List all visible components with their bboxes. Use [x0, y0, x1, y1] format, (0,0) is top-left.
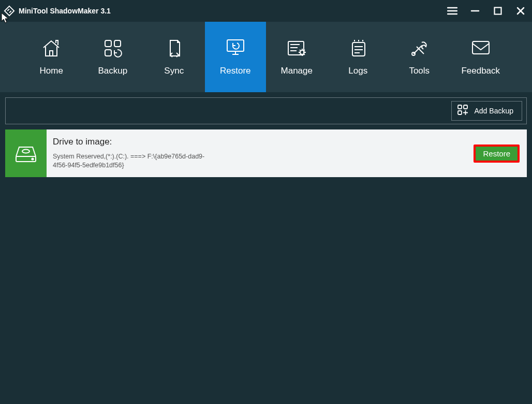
nav-label: Logs	[348, 66, 367, 76]
svg-rect-12	[458, 111, 462, 114]
nav-item-restore[interactable]: Restore	[205, 22, 267, 92]
svg-rect-1	[105, 40, 111, 47]
toolbar: Add Backup	[5, 97, 527, 124]
add-backup-label: Add Backup	[475, 107, 514, 115]
app-logo-icon	[3, 5, 16, 17]
nav-label: Backup	[98, 66, 127, 76]
nav-item-logs[interactable]: Logs	[328, 22, 389, 92]
backup-item-detail: System Reserved,(*:).(C:). ===> F:\{ab9e…	[53, 152, 208, 170]
titlebar: MiniTool ShadowMaker 3.1	[0, 0, 532, 22]
svg-rect-11	[464, 105, 467, 109]
nav-item-home[interactable]: Home	[21, 22, 82, 92]
nav-item-backup[interactable]: Backup	[82, 22, 144, 92]
manage-icon	[285, 38, 308, 59]
nav-item-manage[interactable]: Manage	[266, 22, 328, 92]
backup-item-title: Drive to image:	[53, 137, 466, 147]
nav-label: Tools	[409, 66, 430, 76]
svg-rect-9	[472, 41, 489, 54]
nav-label: Home	[40, 66, 63, 76]
drive-icon	[5, 129, 47, 177]
svg-rect-2	[114, 40, 121, 47]
main-nav: Home Backup Sync	[0, 22, 532, 92]
backup-list-item: Drive to image: System Reserved,(*:).(C:…	[5, 129, 527, 177]
add-backup-button[interactable]: Add Backup	[451, 101, 523, 121]
nav-item-tools[interactable]: Tools	[389, 22, 450, 92]
app-window: MiniTool ShadowMaker 3.1 Home	[0, 0, 532, 404]
home-icon	[40, 38, 63, 59]
svg-point-15	[32, 158, 33, 160]
backup-icon	[101, 38, 124, 59]
backup-item-content: Drive to image: System Reserved,(*:).(C:…	[47, 129, 474, 177]
svg-rect-0	[495, 8, 501, 15]
maximize-button[interactable]	[486, 0, 509, 22]
nav-item-feedback[interactable]: Feedback	[450, 22, 512, 92]
svg-point-14	[22, 150, 29, 153]
feedback-icon	[469, 38, 492, 59]
app-title: MiniTool ShadowMaker 3.1	[19, 7, 111, 15]
nav-item-sync[interactable]: Sync	[143, 22, 205, 92]
sync-icon	[162, 38, 185, 59]
nav-label: Manage	[281, 66, 313, 76]
backup-list: Drive to image: System Reserved,(*:).(C:…	[5, 129, 527, 177]
restore-icon	[224, 38, 247, 59]
nav-label: Sync	[164, 66, 184, 76]
logs-icon	[347, 38, 370, 59]
menu-button[interactable]	[441, 0, 464, 22]
restore-button[interactable]: Restore	[474, 145, 520, 163]
nav-label: Feedback	[461, 66, 500, 76]
close-button[interactable]	[509, 0, 532, 22]
svg-rect-10	[458, 105, 462, 109]
nav-label: Restore	[220, 66, 251, 76]
svg-rect-3	[105, 50, 111, 56]
minimize-button[interactable]	[464, 0, 486, 22]
add-backup-icon	[457, 104, 469, 118]
backup-item-actions: Restore	[474, 129, 527, 177]
tools-icon	[408, 38, 431, 59]
